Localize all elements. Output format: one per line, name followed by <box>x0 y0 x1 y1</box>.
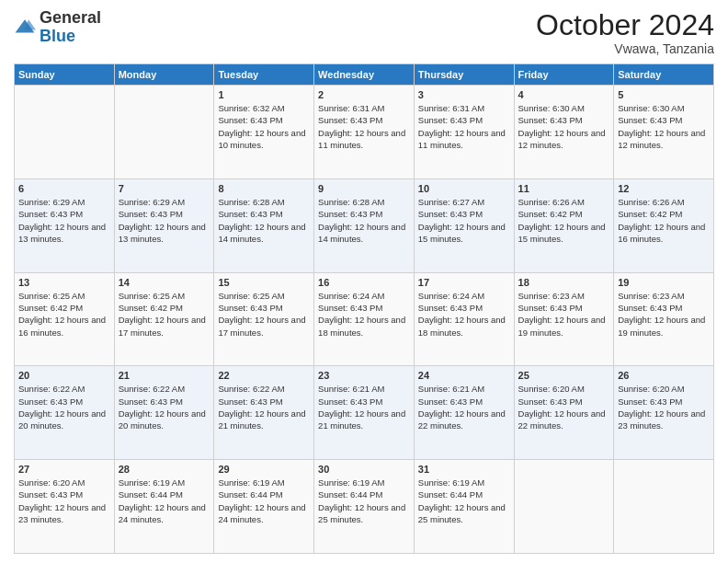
daylight-text: Daylight: 12 hours and 20 minutes. <box>119 408 206 431</box>
calendar-cell <box>15 86 115 179</box>
day-number: 1 <box>218 89 310 100</box>
day-number: 30 <box>318 464 410 475</box>
col-header-sunday: Sunday <box>15 64 115 86</box>
calendar-cell: 23Sunrise: 6:21 AMSunset: 6:43 PMDayligh… <box>314 366 415 460</box>
week-row-2: 13Sunrise: 6:25 AMSunset: 6:42 PMDayligh… <box>15 272 714 366</box>
daylight-text: Daylight: 12 hours and 24 minutes. <box>218 502 305 524</box>
daylight-text: Daylight: 12 hours and 13 minutes. <box>119 222 206 244</box>
title-block: October 2024 Vwawa, Tanzania <box>536 9 714 56</box>
daylight-text: Daylight: 12 hours and 11 minutes. <box>418 128 506 150</box>
cell-content: Sunrise: 6:26 AMSunset: 6:42 PMDaylight:… <box>518 196 610 245</box>
calendar-cell: 19Sunrise: 6:23 AMSunset: 6:43 PMDayligh… <box>614 272 714 366</box>
col-header-monday: Monday <box>114 64 214 86</box>
cell-content: Sunrise: 6:25 AMSunset: 6:42 PMDaylight:… <box>119 290 210 339</box>
cell-content: Sunrise: 6:19 AMSunset: 6:44 PMDaylight:… <box>119 477 210 525</box>
sunrise-text: Sunrise: 6:23 AM <box>518 291 585 301</box>
sunset-text: Sunset: 6:43 PM <box>318 209 382 219</box>
location: Vwawa, Tanzania <box>536 41 714 56</box>
day-number: 8 <box>218 183 310 194</box>
calendar-cell: 28Sunrise: 6:19 AMSunset: 6:44 PMDayligh… <box>114 460 214 554</box>
sunrise-text: Sunrise: 6:19 AM <box>418 477 484 488</box>
week-row-3: 20Sunrise: 6:22 AMSunset: 6:43 PMDayligh… <box>15 366 714 460</box>
cell-content: Sunrise: 6:22 AMSunset: 6:43 PMDaylight:… <box>119 383 210 431</box>
day-number: 25 <box>518 370 610 381</box>
month-title: October 2024 <box>536 9 714 41</box>
daylight-text: Daylight: 12 hours and 17 minutes. <box>218 315 305 337</box>
sunrise-text: Sunrise: 6:23 AM <box>618 291 684 301</box>
calendar-cell: 1Sunrise: 6:32 AMSunset: 6:43 PMDaylight… <box>214 86 314 179</box>
sunrise-text: Sunrise: 6:29 AM <box>119 197 185 207</box>
sunset-text: Sunset: 6:43 PM <box>119 209 183 219</box>
calendar-cell: 21Sunrise: 6:22 AMSunset: 6:43 PMDayligh… <box>114 366 214 460</box>
sunrise-text: Sunrise: 6:31 AM <box>418 103 484 113</box>
sunrise-text: Sunrise: 6:19 AM <box>119 477 185 488</box>
col-header-saturday: Saturday <box>614 64 714 86</box>
day-number: 23 <box>318 370 410 381</box>
sunset-text: Sunset: 6:42 PM <box>119 303 183 313</box>
col-header-thursday: Thursday <box>414 64 514 86</box>
cell-content: Sunrise: 6:20 AMSunset: 6:43 PMDaylight:… <box>618 383 710 431</box>
calendar-cell <box>114 86 214 179</box>
sunset-text: Sunset: 6:43 PM <box>618 396 682 407</box>
calendar-cell: 14Sunrise: 6:25 AMSunset: 6:42 PMDayligh… <box>114 272 214 366</box>
cell-content: Sunrise: 6:23 AMSunset: 6:43 PMDaylight:… <box>518 290 610 339</box>
cell-content: Sunrise: 6:24 AMSunset: 6:43 PMDaylight:… <box>318 290 410 339</box>
day-number: 28 <box>119 464 210 475</box>
day-number: 14 <box>119 277 210 288</box>
sunrise-text: Sunrise: 6:27 AM <box>418 197 484 207</box>
daylight-text: Daylight: 12 hours and 25 minutes. <box>418 502 506 524</box>
logo-icon <box>14 17 36 39</box>
day-number: 5 <box>618 89 710 100</box>
daylight-text: Daylight: 12 hours and 16 minutes. <box>18 315 106 337</box>
daylight-text: Daylight: 12 hours and 12 minutes. <box>518 128 606 150</box>
sunrise-text: Sunrise: 6:20 AM <box>618 384 684 394</box>
cell-content: Sunrise: 6:31 AMSunset: 6:43 PMDaylight:… <box>318 102 410 151</box>
sunrise-text: Sunrise: 6:26 AM <box>618 197 684 207</box>
daylight-text: Daylight: 12 hours and 18 minutes. <box>318 315 405 337</box>
calendar-cell: 12Sunrise: 6:26 AMSunset: 6:42 PMDayligh… <box>614 178 714 272</box>
day-number: 12 <box>618 183 710 194</box>
calendar-cell: 4Sunrise: 6:30 AMSunset: 6:43 PMDaylight… <box>514 86 614 179</box>
logo-general: General <box>40 8 101 27</box>
daylight-text: Daylight: 12 hours and 19 minutes. <box>518 315 606 337</box>
sunrise-text: Sunrise: 6:25 AM <box>218 291 284 301</box>
cell-content: Sunrise: 6:28 AMSunset: 6:43 PMDaylight:… <box>218 196 310 245</box>
header-row: SundayMondayTuesdayWednesdayThursdayFrid… <box>15 64 714 86</box>
daylight-text: Daylight: 12 hours and 22 minutes. <box>418 408 506 431</box>
calendar-cell: 3Sunrise: 6:31 AMSunset: 6:43 PMDaylight… <box>414 86 514 179</box>
calendar-cell: 6Sunrise: 6:29 AMSunset: 6:43 PMDaylight… <box>15 178 115 272</box>
day-number: 21 <box>119 370 210 381</box>
day-number: 10 <box>418 183 510 194</box>
sunrise-text: Sunrise: 6:25 AM <box>119 291 185 301</box>
day-number: 16 <box>318 277 410 288</box>
calendar-cell: 16Sunrise: 6:24 AMSunset: 6:43 PMDayligh… <box>314 272 415 366</box>
day-number: 26 <box>618 370 710 381</box>
cell-content: Sunrise: 6:30 AMSunset: 6:43 PMDaylight:… <box>518 102 610 151</box>
calendar-cell: 30Sunrise: 6:19 AMSunset: 6:44 PMDayligh… <box>314 460 415 554</box>
cell-content: Sunrise: 6:27 AMSunset: 6:43 PMDaylight:… <box>418 196 510 245</box>
daylight-text: Daylight: 12 hours and 16 minutes. <box>618 222 705 244</box>
daylight-text: Daylight: 12 hours and 13 minutes. <box>18 222 106 244</box>
day-number: 6 <box>18 183 110 194</box>
calendar-cell: 7Sunrise: 6:29 AMSunset: 6:43 PMDaylight… <box>114 178 214 272</box>
sunset-text: Sunset: 6:44 PM <box>119 489 183 500</box>
daylight-text: Daylight: 12 hours and 19 minutes. <box>618 315 705 337</box>
day-number: 9 <box>318 183 410 194</box>
day-number: 15 <box>218 277 310 288</box>
sunset-text: Sunset: 6:43 PM <box>218 396 282 407</box>
daylight-text: Daylight: 12 hours and 25 minutes. <box>318 502 405 524</box>
sunset-text: Sunset: 6:43 PM <box>418 115 483 125</box>
calendar-cell: 18Sunrise: 6:23 AMSunset: 6:43 PMDayligh… <box>514 272 614 366</box>
sunset-text: Sunset: 6:43 PM <box>618 115 682 125</box>
logo-blue: Blue <box>40 27 75 45</box>
daylight-text: Daylight: 12 hours and 22 minutes. <box>518 408 606 431</box>
calendar: SundayMondayTuesdayWednesdayThursdayFrid… <box>14 63 714 554</box>
calendar-cell: 17Sunrise: 6:24 AMSunset: 6:43 PMDayligh… <box>414 272 514 366</box>
col-header-friday: Friday <box>514 64 614 86</box>
day-number: 3 <box>418 89 510 100</box>
sunrise-text: Sunrise: 6:26 AM <box>518 197 585 207</box>
sunrise-text: Sunrise: 6:32 AM <box>218 103 284 113</box>
cell-content: Sunrise: 6:25 AMSunset: 6:42 PMDaylight:… <box>18 290 110 339</box>
day-number: 2 <box>318 89 410 100</box>
calendar-cell: 20Sunrise: 6:22 AMSunset: 6:43 PMDayligh… <box>15 366 115 460</box>
